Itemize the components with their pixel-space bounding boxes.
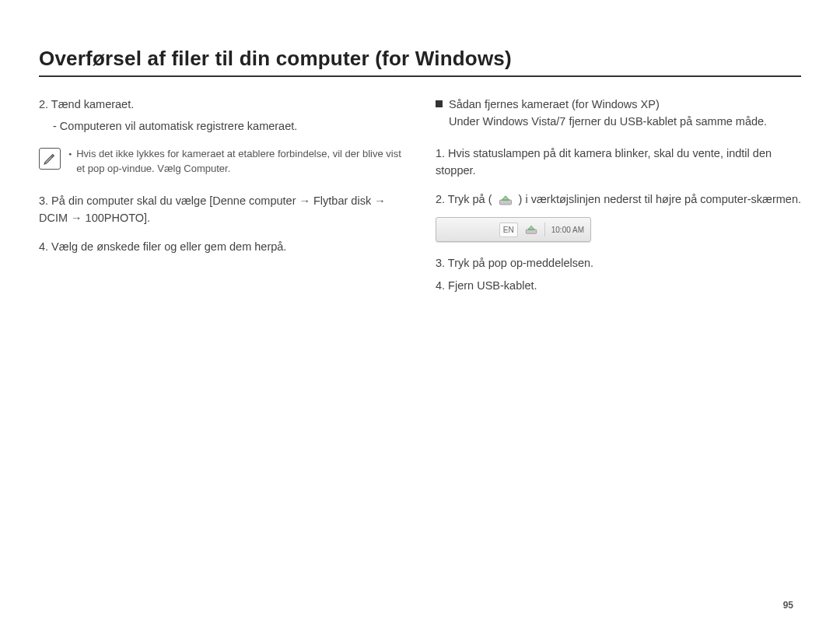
content-columns: 2. Tænd kameraet. - Computeren vil autom… [39,96,801,299]
section-heading: Sådan fjernes kameraet (for Windows XP) … [436,96,801,142]
note-bullet-text: Hvis det ikke lykkes for kameraet at eta… [76,146,404,177]
page-number: 95 [783,600,793,611]
tray-safely-remove-icon [524,222,538,236]
note-pencil-icon [39,148,61,170]
remove-step-1: 1. Hvis statuslampen på dit kamera blink… [436,145,801,180]
section-bullet-icon [436,100,443,107]
svg-rect-0 [499,200,511,205]
document-page: Overførsel af filer til din computer (fo… [0,0,840,634]
note-text: Hvis det ikke lykkes for kameraet at eta… [68,146,404,177]
tray-divider [544,222,545,236]
remove-step-2: 2. Tryk på ( ) i værktøjslinjen nederst … [436,191,801,208]
step-2-sub: - Computeren vil automatisk registrere k… [53,117,404,135]
note-box: Hvis det ikke lykkes for kameraet at eta… [39,146,404,177]
page-title: Overførsel af filer til din computer (fo… [39,47,801,77]
step-4: 4. Vælg de ønskede filer og eller gem de… [39,238,404,255]
step-2: 2. Tænd kameraet. [39,96,404,113]
remove-step-3: 3. Tryk på pop op-meddelelsen. [436,254,801,271]
safely-remove-icon [497,193,514,207]
section-title: Sådan fjernes kameraet (for Windows XP) [449,96,801,113]
svg-rect-1 [526,229,536,233]
remove-step-2-a: 2. Tryk på ( [436,193,492,205]
section-subtitle: Under Windows Vista/7 fjerner du USB-kab… [449,113,801,130]
step-3: 3. På din computer skal du vælge [Denne … [39,192,404,227]
system-tray-illustration: EN 10:00 AM [436,217,591,242]
tray-language-indicator: EN [499,222,518,238]
remove-step-4: 4. Fjern USB-kablet. [436,277,801,294]
right-column: Sådan fjernes kameraet (for Windows XP) … [436,96,801,299]
tray-clock: 10:00 AM [551,224,584,236]
remove-step-2-b: ) i værktøjslinjen nederst til højre på … [519,193,801,205]
left-column: 2. Tænd kameraet. - Computeren vil autom… [39,96,404,299]
